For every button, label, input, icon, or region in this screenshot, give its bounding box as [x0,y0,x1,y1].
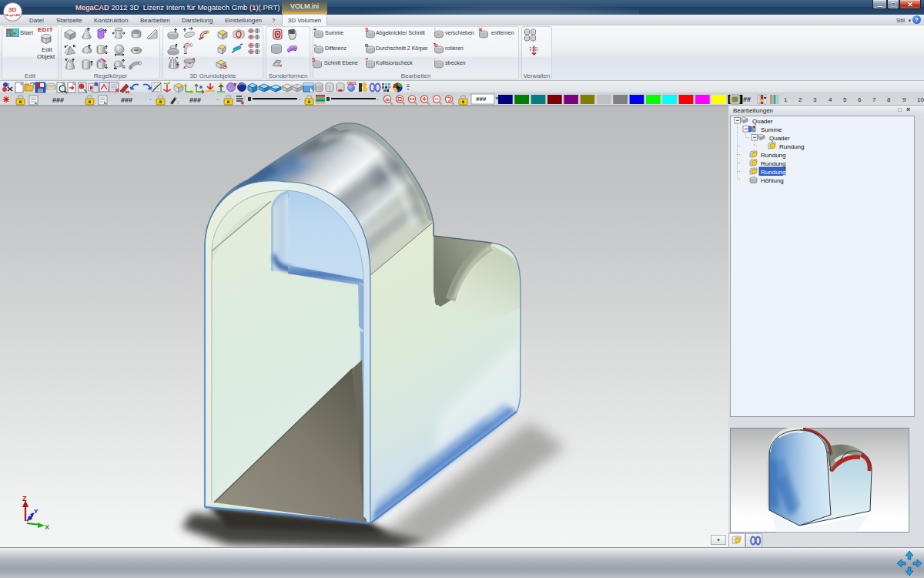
svg-text:Rundung: Rundung [761,160,785,167]
svg-text:Quader: Quader [769,135,790,142]
svg-text:Rundung: Rundung [761,169,785,176]
svg-text:Rundung: Rundung [761,152,785,159]
svg-text:Summe: Summe [761,126,782,133]
svg-text:Rundung: Rundung [779,143,804,150]
svg-text:Quader: Quader [752,118,773,125]
svg-text:Höhlung: Höhlung [761,177,784,184]
